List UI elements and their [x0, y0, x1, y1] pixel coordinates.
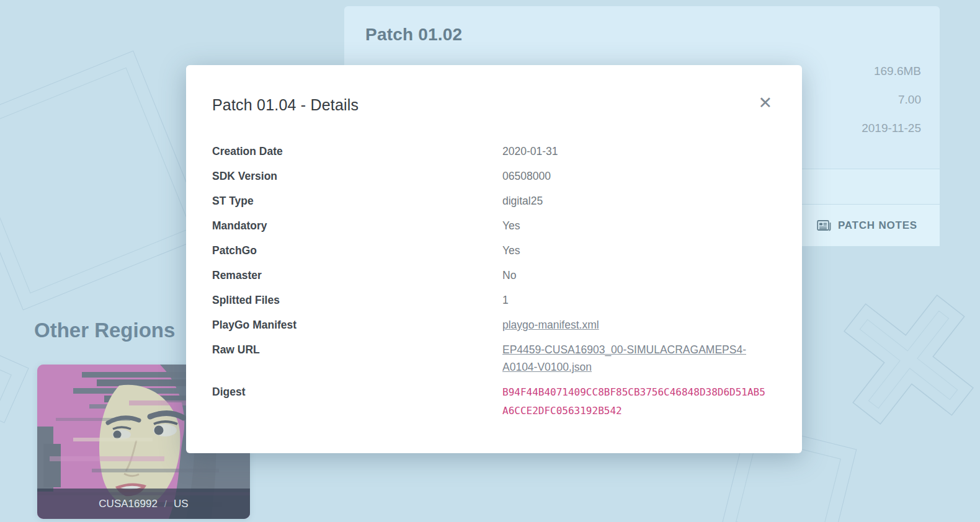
detail-row-creation-date: Creation Date 2020-01-31	[212, 143, 772, 160]
other-regions-heading: Other Regions	[34, 319, 175, 342]
patch-notes-label: PATCH NOTES	[838, 219, 917, 232]
detail-value: 2020-01-31	[502, 143, 772, 160]
square-symbol-outline	[0, 50, 208, 310]
detail-value: digital25	[502, 192, 772, 210]
detail-value: Yes	[502, 217, 772, 234]
detail-row-patchgo: PatchGo Yes	[212, 242, 772, 259]
detail-row-raw-url: Raw URL EP4459-CUSA16903_00-SIMULACRAGAM…	[212, 341, 772, 376]
close-icon[interactable]: ✕	[758, 95, 772, 112]
square-symbol-outline	[0, 350, 29, 423]
detail-value: No	[502, 267, 772, 284]
detail-label: Digest	[212, 383, 502, 420]
cover-caption-bar: CUSA16992 / US	[37, 489, 250, 519]
detail-row-mandatory: Mandatory Yes	[212, 217, 772, 234]
patch-card-title: Patch 01.02	[344, 6, 940, 45]
cover-region: US	[174, 498, 189, 510]
detail-label: PlayGo Manifest	[212, 316, 502, 334]
detail-row-playgo-manifest: PlayGo Manifest playgo-manifest.xml	[212, 316, 772, 334]
detail-label: Remaster	[212, 267, 502, 284]
cover-separator: /	[164, 498, 167, 509]
newspaper-icon	[817, 219, 832, 232]
detail-label: Mandatory	[212, 217, 502, 234]
detail-label: Splitted Files	[212, 291, 502, 309]
playgo-manifest-link[interactable]: playgo-manifest.xml	[502, 316, 772, 334]
modal-title: Patch 01.04 - Details	[212, 96, 359, 114]
raw-url-link[interactable]: EP4459-CUSA16903_00-SIMULACRAGAMEPS4-A01…	[502, 341, 772, 376]
page-background: Patch 01.02 169.6MB 7.00 2019-11-25 PATC…	[0, 0, 980, 522]
detail-rows: Creation Date 2020-01-31 SDK Version 065…	[212, 143, 772, 420]
detail-label: Creation Date	[212, 143, 502, 160]
patch-notes-button[interactable]: PATCH NOTES	[813, 219, 921, 232]
detail-label: ST Type	[212, 192, 502, 210]
cross-symbol-outline	[831, 282, 980, 437]
detail-label: SDK Version	[212, 167, 502, 185]
patch-details-modal: Patch 01.04 - Details ✕ Creation Date 20…	[186, 65, 802, 453]
detail-row-splitted-files: Splitted Files 1	[212, 291, 772, 309]
cover-content-id: CUSA16992	[99, 498, 158, 510]
detail-label: PatchGo	[212, 242, 502, 259]
detail-value: Yes	[502, 242, 772, 259]
detail-value: 1	[502, 291, 772, 309]
digest-value: B94F44B4071409CC8BF85CB3756C46848D38D6D5…	[502, 383, 768, 420]
detail-label: Raw URL	[212, 341, 502, 376]
modal-header: Patch 01.04 - Details ✕	[212, 96, 772, 114]
detail-row-digest: Digest B94F44B4071409CC8BF85CB3756C46848…	[212, 383, 772, 420]
detail-row-sdk-version: SDK Version 06508000	[212, 167, 772, 185]
detail-row-st-type: ST Type digital25	[212, 192, 772, 210]
detail-row-remaster: Remaster No	[212, 267, 772, 284]
detail-value: 06508000	[502, 167, 772, 185]
